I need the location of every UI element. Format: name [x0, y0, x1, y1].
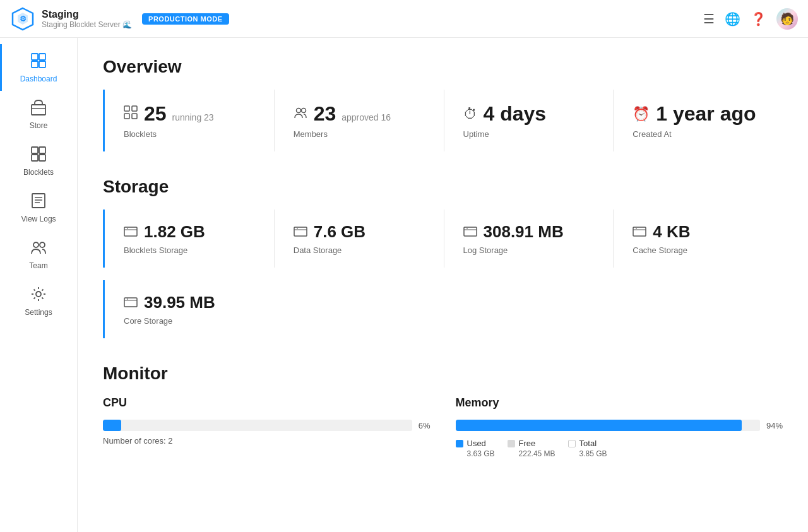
dashboard-icon — [30, 52, 47, 72]
sidebar-label-team: Team — [29, 261, 47, 270]
log-storage-label: Log Storage — [463, 245, 595, 255]
settings-icon — [30, 285, 47, 305]
free-label: Free — [519, 439, 536, 448]
svg-rect-10 — [39, 147, 45, 153]
stat-data-storage: 7.6 GB Data Storage — [275, 210, 444, 268]
svg-rect-11 — [32, 155, 38, 161]
blocklets-icon — [30, 145, 47, 165]
app-logo: ⚙ — [10, 6, 35, 32]
uptime-stat-icon: ⏱ — [463, 106, 477, 122]
members-label: Members — [294, 129, 425, 139]
cpu-progress-row: 6% — [103, 420, 431, 431]
monitor-title: Monitor — [103, 364, 783, 384]
memory-progress-fill — [456, 420, 742, 431]
cache-storage-label: Cache Storage — [633, 245, 764, 255]
memory-progress-row: 94% — [456, 420, 783, 431]
sidebar-item-store[interactable]: Store — [0, 91, 77, 138]
data-storage-icon — [294, 224, 307, 240]
used-value: 3.63 GB — [467, 449, 495, 458]
svg-rect-4 — [39, 54, 45, 60]
sidebar-item-dashboard[interactable]: Dashboard — [0, 44, 77, 91]
uptime-value: 4 days — [484, 102, 547, 126]
svg-rect-3 — [32, 54, 38, 60]
svg-rect-35 — [633, 227, 646, 236]
stat-uptime: ⏱ 4 days Uptime — [444, 90, 614, 151]
cpu-percent-label: 6% — [419, 421, 431, 430]
total-label: Total — [579, 439, 597, 448]
sidebar-label-settings: Settings — [25, 308, 52, 317]
blocklets-stat-icon — [124, 105, 138, 123]
cpu-progress-fill — [103, 420, 121, 431]
blocklets-label: Blocklets — [124, 129, 255, 139]
log-storage-icon — [463, 224, 477, 240]
created-stat-icon: ⏰ — [633, 106, 650, 122]
total-value: 3.85 GB — [579, 449, 607, 458]
app-subtitle: Staging Blocklet Server 🌊 — [42, 20, 132, 29]
sidebar-label-blocklets: Blocklets — [23, 168, 54, 177]
header-title: Staging Staging Blocklet Server 🌊 — [42, 8, 132, 29]
memory-legend-total: Total 3.85 GB — [568, 439, 607, 458]
avatar[interactable]: 🧑 — [776, 8, 798, 30]
sidebar-label-store: Store — [30, 121, 48, 130]
members-stat-icon — [294, 105, 307, 123]
blocklets-value: 25 running 23 — [144, 102, 214, 126]
members-suffix: approved 16 — [342, 112, 391, 122]
stat-core-storage: 39.95 MB Core Storage — [105, 280, 282, 338]
used-label: Used — [467, 439, 486, 448]
memory-section: Memory 94% Used 3.63 GB — [456, 396, 783, 458]
memory-percent-label: 94% — [766, 421, 783, 430]
cpu-progress-bar — [103, 420, 412, 431]
header: ⚙ Staging Staging Blocklet Server 🌊 PROD… — [0, 0, 808, 38]
cache-storage-icon — [633, 224, 646, 240]
globe-icon[interactable]: 🌐 — [725, 11, 740, 27]
uptime-label: Uptime — [463, 129, 595, 139]
core-storage-value: 39.95 MB — [144, 293, 215, 312]
svg-point-25 — [301, 108, 306, 112]
sidebar-item-settings[interactable]: Settings — [0, 278, 77, 324]
svg-text:⚙: ⚙ — [20, 15, 27, 23]
svg-rect-9 — [32, 147, 38, 153]
blocklets-storage-value: 1.82 GB — [144, 222, 205, 242]
svg-point-19 — [36, 292, 41, 297]
svg-rect-26 — [124, 227, 137, 236]
sidebar-label-view-logs: View Logs — [21, 215, 56, 223]
core-storage-icon — [124, 295, 138, 311]
cpu-section: CPU 6% Number of cores: 2 — [103, 396, 431, 458]
sidebar-item-team[interactable]: Team — [0, 231, 77, 278]
svg-rect-12 — [39, 155, 45, 161]
sidebar-label-dashboard: Dashboard — [20, 74, 57, 83]
storage-stats-row2: 39.95 MB Core Storage — [103, 280, 783, 338]
cpu-cores-label: Number of cores: 2 — [103, 436, 431, 446]
team-icon — [30, 239, 47, 259]
storage-title: Storage — [103, 177, 783, 197]
svg-rect-5 — [32, 61, 38, 68]
blocklets-storage-label: Blocklets Storage — [124, 245, 255, 255]
used-dot — [456, 440, 463, 447]
created-label: Created At — [633, 129, 764, 139]
sidebar-item-blocklets[interactable]: Blocklets — [0, 138, 77, 184]
core-storage-label: Core Storage — [124, 316, 263, 326]
app-name: Staging — [42, 8, 132, 20]
memory-legend-free: Free 222.45 MB — [508, 439, 556, 458]
overview-stats-row: 25 running 23 Blocklets 23 approved 16 M… — [103, 90, 783, 151]
svg-rect-23 — [132, 114, 137, 119]
created-value: 1 year ago — [656, 102, 756, 126]
svg-point-18 — [40, 242, 45, 247]
main-content: Overview 25 running 23 Blocklets — [78, 38, 808, 532]
blocklets-storage-icon — [124, 224, 138, 240]
svg-rect-6 — [39, 61, 45, 68]
total-dot — [568, 440, 576, 447]
overview-title: Overview — [103, 57, 783, 77]
free-dot — [508, 440, 515, 447]
header-actions: ☰ 🌐 ❓ 🧑 — [703, 8, 798, 30]
svg-rect-38 — [124, 298, 137, 307]
menu-icon[interactable]: ☰ — [703, 11, 715, 27]
stat-members: 23 approved 16 Members — [275, 90, 444, 151]
help-icon[interactable]: ❓ — [751, 11, 766, 27]
svg-rect-20 — [124, 106, 129, 111]
storage-stats-row1: 1.82 GB Blocklets Storage 7.6 GB Data St… — [103, 210, 783, 268]
cache-storage-value: 4 KB — [653, 222, 690, 242]
svg-rect-21 — [132, 106, 137, 111]
stat-created: ⏰ 1 year ago Created At — [614, 90, 783, 151]
sidebar-item-view-logs[interactable]: View Logs — [0, 184, 77, 231]
